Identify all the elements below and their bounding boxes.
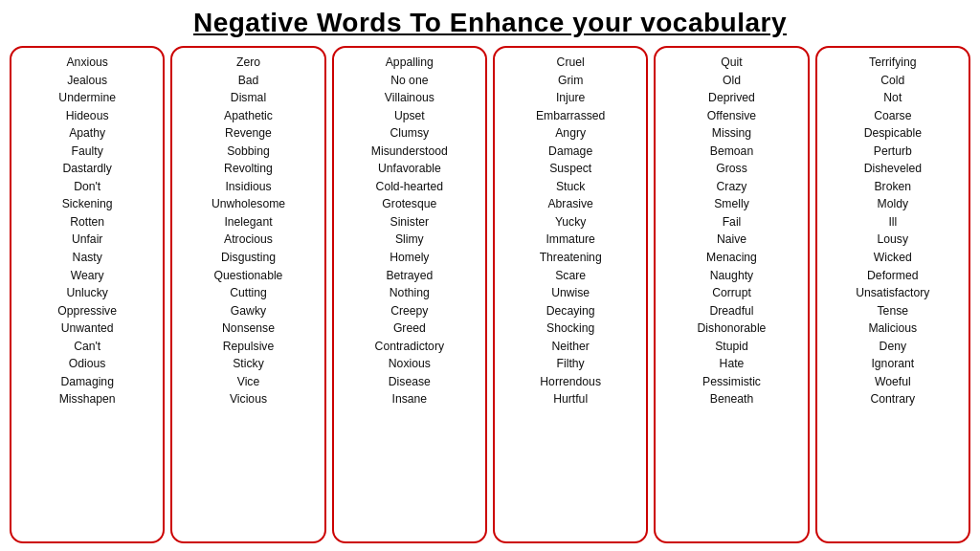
list-item: Hate: [720, 355, 745, 373]
list-item: Menacing: [706, 249, 757, 267]
list-item: Coarse: [874, 107, 911, 125]
list-item: Naughty: [710, 267, 753, 285]
list-item: Woeful: [875, 373, 911, 391]
list-item: Disheveled: [864, 160, 922, 178]
list-item: Broken: [874, 178, 911, 196]
list-item: Sobbing: [227, 143, 270, 161]
list-item: Anxious: [66, 54, 107, 72]
column-3: AppallingNo oneVillainousUpsetClumsyMisu…: [332, 46, 487, 543]
list-item: Creepy: [390, 302, 428, 320]
list-item: Unwholesome: [212, 195, 285, 213]
list-item: Moldy: [878, 195, 909, 213]
list-item: Unfair: [72, 231, 103, 249]
list-item: Rotten: [70, 213, 104, 231]
list-item: Cruel: [557, 54, 585, 72]
list-item: Smelly: [714, 195, 749, 213]
column-1: AnxiousJealousUndermineHideousApathyFaul…: [10, 46, 165, 543]
list-item: Zero: [236, 54, 260, 72]
list-item: Abrasive: [547, 195, 592, 213]
list-item: Misunderstood: [371, 143, 448, 161]
list-item: Nonsense: [222, 320, 275, 338]
list-item: Deprived: [708, 89, 755, 107]
list-item: Shocking: [546, 320, 594, 338]
list-item: Lousy: [878, 231, 909, 249]
list-item: Weary: [71, 267, 104, 285]
page-title: Negative Words To Enhance your vocabular…: [10, 8, 970, 38]
list-item: Disease: [389, 373, 431, 391]
list-item: Clumsy: [390, 124, 430, 143]
column-2: ZeroBadDismalApatheticRevengeSobbingRevo…: [170, 46, 325, 543]
list-item: Appalling: [386, 54, 434, 72]
list-item: Suspect: [549, 160, 591, 178]
list-item: Misshapen: [59, 390, 116, 408]
list-item: Hurtful: [553, 390, 588, 408]
list-item: Unfavorable: [378, 160, 441, 178]
list-item: Wicked: [874, 249, 912, 267]
list-item: Cold: [880, 72, 904, 90]
list-item: Vicious: [230, 390, 267, 408]
list-item: Cold-hearted: [376, 178, 443, 196]
list-item: Malicious: [868, 320, 917, 338]
list-item: Bad: [238, 72, 259, 90]
list-item: Stuck: [556, 178, 585, 196]
list-item: Dishonorable: [698, 320, 767, 338]
list-item: Contrary: [870, 390, 915, 408]
list-item: Nothing: [390, 284, 430, 302]
list-item: Stupid: [715, 338, 748, 356]
list-item: Dreadful: [709, 302, 753, 320]
list-item: Greed: [393, 320, 426, 338]
columns-container: AnxiousJealousUndermineHideousApathyFaul…: [10, 46, 970, 543]
list-item: Nasty: [73, 249, 102, 267]
list-item: Sinister: [390, 213, 430, 231]
list-item: Sickening: [62, 195, 113, 213]
list-item: Can't: [74, 338, 100, 356]
list-item: Jealous: [67, 72, 107, 90]
list-item: Grotesque: [382, 195, 436, 213]
list-item: Neither: [552, 338, 590, 356]
list-item: Villainous: [385, 89, 434, 107]
list-item: Questionable: [214, 267, 283, 285]
list-item: Disgusting: [221, 249, 276, 267]
list-item: Repulsive: [223, 338, 275, 356]
list-item: Damage: [548, 143, 592, 161]
list-item: Unwise: [551, 284, 590, 302]
list-item: Slimy: [395, 231, 424, 249]
list-item: Corrupt: [712, 284, 751, 302]
list-item: Vice: [237, 373, 260, 391]
list-item: Filthy: [557, 355, 585, 373]
list-item: Apathetic: [224, 107, 273, 125]
list-item: Faulty: [72, 143, 103, 161]
list-item: Naive: [717, 231, 746, 249]
list-item: Tense: [878, 302, 909, 320]
page: Negative Words To Enhance your vocabular…: [0, 0, 980, 551]
list-item: Betrayed: [386, 267, 433, 285]
list-item: Grim: [558, 72, 583, 90]
list-item: Yucky: [555, 213, 587, 231]
list-item: Atrocious: [224, 231, 273, 249]
list-item: Threatening: [540, 249, 602, 267]
list-item: Deformed: [867, 267, 919, 285]
list-item: No one: [390, 72, 428, 90]
list-item: Beneath: [710, 390, 753, 408]
list-item: Contradictory: [375, 338, 444, 356]
list-item: Missing: [712, 124, 751, 143]
list-item: Revenge: [225, 124, 272, 143]
list-item: Insidious: [225, 178, 271, 196]
list-item: Unsatisfactory: [856, 284, 929, 302]
list-item: Revolting: [224, 160, 273, 178]
list-item: Scare: [555, 267, 586, 285]
list-item: Bemoan: [710, 143, 753, 161]
list-item: Apathy: [69, 124, 105, 143]
list-item: Sticky: [233, 355, 264, 373]
list-item: Despicable: [864, 124, 922, 143]
column-6: TerrifyingColdNotCoarseDespicablePerturb…: [815, 46, 970, 543]
list-item: Oppressive: [57, 302, 117, 320]
list-item: Inelegant: [224, 213, 272, 231]
list-item: Dismal: [231, 89, 266, 107]
list-item: Ignorant: [871, 355, 914, 373]
list-item: Unwanted: [61, 320, 114, 338]
list-item: Homely: [390, 249, 429, 267]
list-item: Hideous: [66, 107, 109, 125]
list-item: Decaying: [546, 302, 595, 320]
list-item: Crazy: [717, 178, 747, 196]
